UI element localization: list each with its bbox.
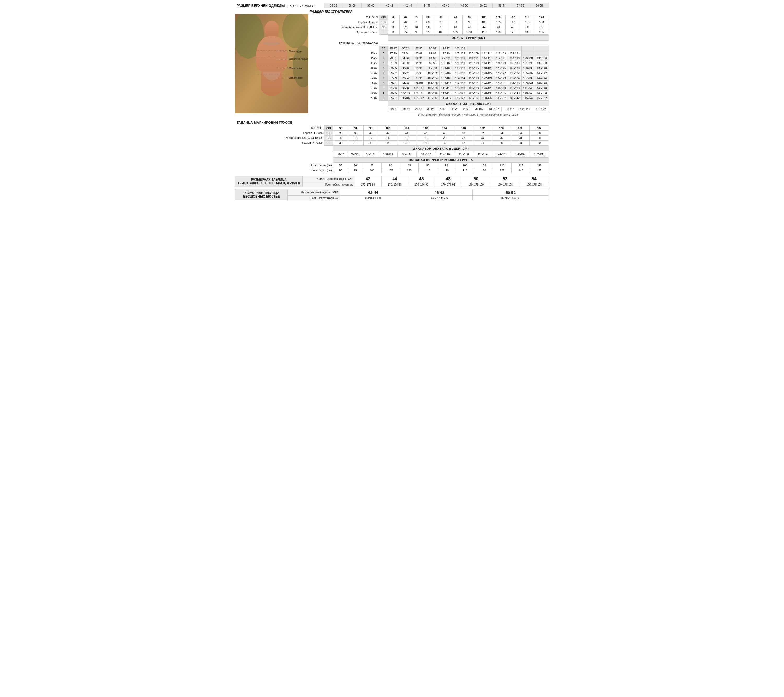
bra-gb-42: 42 (463, 25, 477, 30)
bra-cis-85: 85 (434, 15, 448, 20)
knit-label2: Рост - обхват груди, см (302, 182, 355, 187)
under-chest-header: ОБХВАТ ПОД ГРУДЬЮ (СМ) (388, 101, 549, 106)
cup-h-label: H (379, 86, 388, 91)
p-f-52: 52 (454, 140, 473, 145)
cup-j-v2: 100-102 (399, 96, 412, 101)
bra-f-85: 85 (400, 30, 411, 35)
hips2-105: 105 (381, 168, 400, 173)
col-5658: 56-58 (530, 3, 549, 8)
cup-c-v2: 86-88 (399, 61, 412, 66)
uc-v11: 113-117 (517, 107, 533, 112)
p-eur-42: 42 (379, 130, 397, 135)
p-cis-114: 114 (435, 125, 454, 130)
uc-v9: 103-107 (486, 107, 501, 112)
bra-eur-105: 105 (491, 20, 506, 25)
bra-code-eur: EUR (379, 20, 388, 25)
hip-v3: 96-100 (362, 152, 379, 157)
under-chest-label: Обхват под грудью (277, 56, 308, 61)
bra-eur-85: 85 (434, 20, 448, 25)
cup-h-v12: 146-148 (535, 86, 548, 91)
bra-section-header: РАЗМЕР БЮСТГАЛЬТЕРА (308, 9, 549, 14)
hips-label: Обхват бедер (277, 76, 308, 81)
cup-e-v11: 135-137 (521, 71, 535, 76)
cup-d-v7: 113-115 (467, 66, 480, 71)
cup-i-v9: 133-135 (494, 91, 508, 96)
waist-110: 110 (493, 163, 511, 168)
p-gb-14: 14 (379, 135, 397, 140)
cup-j-v5: 115-117 (440, 96, 453, 101)
cup-b-diff: 15 см (308, 56, 379, 61)
cup-g-v7: 119-121 (467, 81, 480, 86)
cup-g-v2: 94-96 (399, 81, 412, 86)
s-size-4244: 42-44 (340, 189, 406, 196)
cup-b-v5: 99-101 (440, 56, 453, 61)
cup-j-row: 31 см J 95-97 100-102 105-107 110-112 11… (308, 96, 549, 101)
cup-f-label: F (379, 76, 388, 81)
cup-f-v4: 102-104 (426, 76, 439, 81)
p-eur-38: 38 (348, 130, 364, 135)
cup-i-v10: 138-140 (508, 91, 521, 96)
cup-size-table: РАЗМЕР ЧАШКИ (ПОЛНОТА) (308, 41, 549, 101)
bra-eur-row: Европа / Europe EUR 65 70 75 80 85 90 95… (308, 20, 549, 25)
bra-code-gb: GB (379, 25, 388, 30)
corrective-header: ПОЯСНАЯ КОРРЕКТИРУЮЩАЯ ГРУППА (333, 157, 549, 162)
bra-eur-120: 120 (534, 20, 548, 25)
uc-v3: 73-77 (412, 107, 424, 112)
cup-g-v4: 104-106 (426, 81, 439, 86)
bra-cis-row: СНГ / CIS CIS 65 70 75 80 85 90 95 100 1… (308, 15, 549, 20)
panties-section-header: ТАБЛИЦА МАРКИРОВКИ ТРУСОВ (235, 120, 549, 125)
cup-b-v4: 94-96 (426, 56, 439, 61)
divider2 (235, 173, 549, 176)
cup-aa-v4: 90-92 (426, 46, 439, 51)
p-f-38: 38 (333, 140, 348, 145)
top-section: Обхват груди Обхват под грудью Обхват та… (235, 9, 549, 117)
cup-f-v6: 112-114 (453, 76, 467, 81)
cup-e-v7: 115-117 (467, 71, 480, 76)
panties-region-france: Франция / France (235, 140, 324, 145)
cup-f-v9: 127-129 (494, 76, 508, 81)
cup-g-v10: 134-136 (508, 81, 521, 86)
k-size-48: 48 (435, 176, 461, 182)
section6-title: РАЗМЕРНАЯ ТАБЛИЦА БЕСШОВНЫХ БЮСТЬЕ (236, 189, 288, 200)
cup-g-v11: 139-141 (521, 81, 535, 86)
cup-j-v3: 105-107 (412, 96, 426, 101)
cup-b-v2: 84-86 (399, 56, 412, 61)
bra-cis-90: 90 (448, 15, 463, 20)
hip-v7: 112-116 (435, 152, 454, 157)
cup-a-v9: 117-119 (494, 51, 508, 56)
cup-j-label: J (379, 96, 388, 101)
p-cis-102: 102 (379, 125, 397, 130)
cup-c-label: C (379, 61, 388, 66)
cup-e-label: E (379, 71, 388, 76)
bra-f-95: 95 (422, 30, 434, 35)
col-5254: 52-54 (492, 3, 511, 8)
cup-g-label: G (379, 81, 388, 86)
cup-section-title: РАЗМЕР ЧАШКИ (ПОЛНОТА) (308, 41, 379, 46)
bra-f-105: 105 (448, 30, 463, 35)
cup-h-v6: 116-118 (453, 86, 467, 91)
p-eur-52: 52 (473, 130, 492, 135)
hip-v6: 108-112 (417, 152, 435, 157)
bra-gb-38: 38 (434, 25, 448, 30)
divider3 (235, 187, 549, 189)
cup-j-v8: 130-132 (480, 96, 494, 101)
cup-g-v1: 89-91 (388, 81, 399, 86)
cup-aa-v10 (508, 46, 521, 51)
p-f-50: 50 (435, 140, 454, 145)
cup-j-v6: 120-122 (453, 96, 467, 101)
p-f-42: 42 (363, 140, 379, 145)
chest-label: Обхват груди (277, 49, 308, 54)
cup-h-v5: 111-113 (440, 86, 453, 91)
tables-area: РАЗМЕР БЮСТГАЛЬТЕРА СНГ / CIS CIS 65 70 … (308, 9, 549, 117)
page-wrapper: РАЗМЕР ВЕРХНЕЙ ОДЕЖДЫ Европа / Europe 34… (235, 3, 549, 201)
cup-e-v2: 90-92 (399, 71, 412, 76)
uc-v6: 88-92 (448, 107, 460, 112)
p-eur-40: 40 (363, 130, 379, 135)
cup-f-v3: 97-99 (412, 76, 426, 81)
section2-title: РАЗМЕР БЮСТГАЛЬТЕРА (308, 9, 501, 14)
cup-h-v3: 101-103 (412, 86, 426, 91)
cup-j-v7: 125-127 (467, 96, 480, 101)
panties-code-eur: EUR (324, 130, 333, 135)
cup-f-row: 23 см F 87-89 92-94 97-99 102-104 107-10… (308, 76, 549, 81)
bra-cis-105: 105 (491, 15, 506, 20)
